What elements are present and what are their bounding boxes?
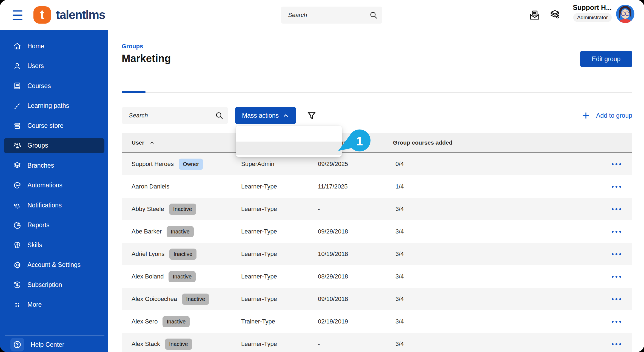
table-row: Abe Barker Inactive Learner-Type 09/29/2… xyxy=(122,220,632,243)
sidebar-item-label: Course store xyxy=(27,122,64,129)
table-header: User n Group courses added xyxy=(122,133,632,153)
active-tab-underline xyxy=(122,91,146,93)
user-cell: Support Heroes Owner xyxy=(132,153,203,175)
sidebar-item-reports[interactable]: Reports xyxy=(4,218,104,233)
user-name-text: Adriel Lyons xyxy=(132,250,164,258)
global-search-input[interactable] xyxy=(281,7,382,24)
sidebar-item-more[interactable]: More xyxy=(4,297,104,312)
row-actions-button[interactable] xyxy=(609,153,624,175)
subscription-icon xyxy=(13,281,21,289)
user-name: Support H... xyxy=(573,4,612,12)
group-icon xyxy=(13,142,21,150)
user-cell: Alex Boland Inactive xyxy=(132,265,196,288)
status-badge: Inactive xyxy=(169,204,196,215)
user-name-text: Alex Goicoechea xyxy=(132,295,177,303)
user-cell: Adriel Lyons Inactive xyxy=(132,243,196,265)
sidebar-item-label: Branches xyxy=(27,162,54,169)
menu-item[interactable] xyxy=(236,142,342,155)
search-icon[interactable] xyxy=(215,111,224,120)
sidebar-item-home[interactable]: Home xyxy=(4,38,104,54)
help-icon xyxy=(10,338,24,351)
date-cell: - xyxy=(318,333,320,352)
sidebar-item-help-center[interactable]: Help Center xyxy=(0,337,108,352)
row-actions-button[interactable] xyxy=(609,265,624,288)
row-actions-button[interactable] xyxy=(609,198,624,220)
sidebar-item-branches[interactable]: Branches xyxy=(4,158,104,173)
status-badge: Inactive xyxy=(169,271,196,282)
chevron-up-icon xyxy=(283,112,289,119)
avatar[interactable] xyxy=(616,5,634,23)
date-cell: 08/29/2018 xyxy=(318,265,348,288)
sidebar-item-subscription[interactable]: Subscription xyxy=(4,277,104,292)
user-menu[interactable]: Support H... Administrator xyxy=(573,4,612,22)
sidebar-item-groups[interactable]: Groups xyxy=(4,138,104,153)
user-cell: Abe Barker Inactive xyxy=(132,220,194,243)
automation-icon xyxy=(13,181,21,190)
column-label-user: User xyxy=(132,139,144,146)
date-cell: 10/19/2018 xyxy=(318,243,348,265)
status-badge: Inactive xyxy=(182,294,209,305)
courses-added-cell: 3/4 xyxy=(395,243,404,265)
sidebar-item-label: Courses xyxy=(27,82,51,90)
user-name-text: Alex Boland xyxy=(132,273,164,280)
row-actions-button[interactable] xyxy=(609,310,624,333)
menu-item[interactable] xyxy=(236,128,342,142)
filter-icon[interactable] xyxy=(306,110,317,121)
status-badge: Inactive xyxy=(169,249,196,260)
breadcrumb-groups[interactable]: Groups xyxy=(122,43,143,50)
sidebar-item-learning-paths[interactable]: Learning paths xyxy=(4,98,104,114)
more-icon xyxy=(13,301,21,309)
path-icon xyxy=(13,102,21,110)
search-icon[interactable] xyxy=(369,11,378,19)
edit-group-button[interactable]: Edit group xyxy=(580,51,632,67)
sidebar-item-skills[interactable]: Skills xyxy=(4,237,104,253)
mass-actions-button[interactable]: Mass actions xyxy=(235,107,296,124)
table-search xyxy=(122,107,228,124)
table-row: Adriel Lyons Inactive Learner-Type 10/19… xyxy=(122,243,632,265)
course-stack-icon[interactable] xyxy=(549,9,561,21)
inbox-message-icon[interactable] xyxy=(529,9,540,21)
user-type-cell: Learner-Type xyxy=(241,243,277,265)
row-actions-button[interactable] xyxy=(609,243,624,265)
row-actions-button[interactable] xyxy=(609,220,624,243)
user-type-cell: Learner-Type xyxy=(241,265,277,288)
sidebar-item-label: Account & Settings xyxy=(27,261,81,269)
sidebar-item-notifications[interactable]: Notifications xyxy=(4,198,104,213)
courses-added-cell: 3/4 xyxy=(395,198,404,220)
courses-added-cell: 3/4 xyxy=(395,310,404,333)
add-to-group-button[interactable]: Add to group xyxy=(582,109,632,122)
table-row: Alex Sero Inactive Trainer-Type 02/19/20… xyxy=(122,310,632,333)
table-header-user[interactable]: User xyxy=(132,133,155,152)
tabs-divider xyxy=(122,92,632,93)
table-row: Support Heroes Owner SuperAdmin 09/29/20… xyxy=(122,153,632,175)
row-actions-button[interactable] xyxy=(609,333,624,352)
status-badge: Inactive xyxy=(167,226,194,237)
gear-icon xyxy=(13,261,21,269)
user-cell: Aaron Daniels xyxy=(132,175,169,198)
sidebar-divider xyxy=(5,335,104,336)
help-center-label: Help Center xyxy=(31,341,64,348)
sidebar: Home Users Courses Learning paths Course… xyxy=(0,30,108,352)
user-name-text: Support Heroes xyxy=(132,160,174,168)
hamburger-menu-icon[interactable] xyxy=(13,10,22,20)
sidebar-item-course-store[interactable]: Course store xyxy=(4,118,104,133)
user-icon xyxy=(13,62,21,70)
sidebar-item-label: Learning paths xyxy=(27,102,69,109)
talentlms-logo-icon[interactable]: t xyxy=(33,6,51,24)
sidebar-item-automations[interactable]: Automations xyxy=(4,178,104,193)
user-cell: Alex Goicoechea Inactive xyxy=(132,288,209,310)
sidebar-item-users[interactable]: Users xyxy=(4,58,104,74)
table-row: Abby Steele Inactive Learner-Type - 3/4 xyxy=(122,198,632,220)
row-actions-button[interactable] xyxy=(609,175,624,198)
table-search-input[interactable] xyxy=(122,107,228,124)
pie-icon xyxy=(13,221,21,229)
date-cell: - xyxy=(318,198,320,220)
global-search xyxy=(281,7,382,24)
sidebar-item-courses[interactable]: Courses xyxy=(4,78,104,94)
row-actions-button[interactable] xyxy=(609,288,624,310)
courses-added-cell: 3/4 xyxy=(395,265,404,288)
add-to-group-label: Add to group xyxy=(596,112,632,119)
user-type-cell: Learner-Type xyxy=(241,220,277,243)
bell-icon xyxy=(13,201,21,209)
sidebar-item-account-settings[interactable]: Account & Settings xyxy=(4,257,104,273)
